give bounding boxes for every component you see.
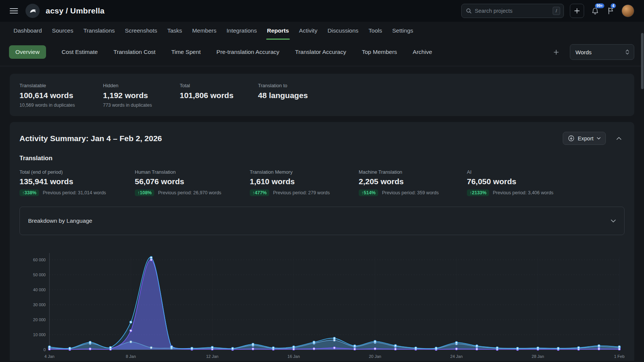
svg-text:20 000: 20 000: [33, 317, 46, 322]
project-title: acsy / Umbrella: [46, 6, 104, 15]
metric-label: Total (end of period): [19, 169, 135, 175]
metric-value: 2,205 words: [359, 177, 467, 186]
svg-text:12 Jan: 12 Jan: [206, 354, 218, 359]
svg-text:1 Feb: 1 Feb: [614, 354, 625, 359]
subtab-translation-cost[interactable]: Translation Cost: [113, 49, 155, 55]
stat-label: Total: [180, 83, 258, 88]
svg-text:30 000: 30 000: [33, 302, 46, 307]
metric-ai: AI 76,050 words ↑2133% Previous period: …: [467, 169, 625, 196]
nav-screenshots[interactable]: Screenshots: [125, 22, 157, 40]
subtab-pretranslation-accuracy[interactable]: Pre-translation Accuracy: [216, 49, 279, 55]
svg-text:16 Jan: 16 Jan: [288, 354, 300, 359]
nav-integrations[interactable]: Integrations: [227, 22, 257, 40]
previous-period-text: Previous period: 26,970 words: [158, 190, 221, 195]
export-button[interactable]: Export: [563, 132, 606, 145]
stat-label: Hidden: [103, 83, 180, 88]
nav-activity[interactable]: Activity: [299, 22, 318, 40]
plus-icon: [553, 49, 559, 55]
plus-icon: [574, 8, 580, 14]
svg-text:4 Jan: 4 Jan: [45, 354, 55, 359]
svg-text:60 000: 60 000: [33, 258, 46, 262]
nav-reports[interactable]: Reports: [267, 22, 289, 40]
chevron-up-icon: [616, 137, 622, 140]
metric-value: 56,076 words: [135, 177, 250, 186]
metric-label: Machine Translation: [359, 169, 467, 175]
previous-period-text: Previous period: 279 words: [273, 190, 329, 195]
subtab-cost-estimate[interactable]: Cost Estimate: [62, 49, 98, 55]
svg-text:10 000: 10 000: [33, 332, 46, 337]
activity-summary-title: Activity Summary: Jan 4 – Feb 2, 2026: [19, 134, 162, 143]
scrollbar-thumb[interactable]: [641, 33, 644, 89]
nav-tasks[interactable]: Tasks: [167, 22, 182, 40]
subtab-archive[interactable]: Archive: [413, 49, 432, 55]
notifications-button[interactable]: 99+: [590, 6, 600, 16]
subtab-overview[interactable]: Overview: [9, 45, 46, 59]
top-bar: acsy / Umbrella / 99+: [0, 0, 644, 22]
flag-icon: [607, 7, 614, 15]
chevron-down-icon: [611, 219, 616, 223]
nav-translations[interactable]: Translations: [83, 22, 115, 40]
breakdown-by-language-toggle[interactable]: Breakdown by Language: [19, 207, 625, 235]
stat-translation-to: Translation to 48 languages: [258, 83, 308, 108]
previous-period-text: Previous period: 359 words: [382, 190, 438, 195]
messages-button[interactable]: 4: [606, 6, 616, 16]
search-shortcut-hint: /: [553, 7, 560, 15]
svg-text:40 000: 40 000: [33, 288, 46, 292]
stat-hidden: Hidden 1,192 words 773 words in duplicat…: [103, 83, 180, 108]
user-avatar[interactable]: [622, 4, 634, 17]
search-icon: [466, 8, 472, 14]
metric-label: Translation Memory: [250, 169, 359, 175]
stat-translatable: Translatable 100,614 words 10,569 words …: [19, 83, 103, 108]
stat-subtext: 10,569 words in duplicates: [19, 103, 103, 108]
nav-settings[interactable]: Settings: [392, 22, 413, 40]
hamburger-menu-icon[interactable]: [10, 7, 18, 15]
search-input[interactable]: [475, 8, 550, 14]
app-logo[interactable]: [25, 4, 40, 18]
delta-badge: ↑477%: [250, 189, 269, 196]
notifications-badge: 99+: [595, 3, 604, 8]
svg-text:28 Jan: 28 Jan: [532, 354, 544, 359]
svg-text:0: 0: [43, 347, 46, 352]
stat-value: 1,192 words: [103, 91, 180, 100]
collapse-section-button[interactable]: [613, 133, 625, 144]
nav-members[interactable]: Members: [192, 22, 216, 40]
caret-down-icon: [597, 137, 601, 140]
create-project-button[interactable]: [570, 4, 584, 18]
previous-period-text: Previous period: 31,014 words: [43, 190, 106, 195]
activity-chart: 010 00020 00030 00040 00050 00060 0004 J…: [19, 246, 625, 361]
subtab-translator-accuracy[interactable]: Translator Accuracy: [295, 49, 346, 55]
svg-text:20 Jan: 20 Jan: [369, 354, 381, 359]
search-box[interactable]: /: [461, 4, 564, 18]
subtab-top-members[interactable]: Top Members: [362, 49, 397, 55]
metric-total: Total (end of period) 135,941 words ↑338…: [19, 169, 135, 196]
stat-value: 48 languages: [258, 91, 308, 100]
metric-value: 1,610 words: [250, 177, 359, 186]
metric-translation-memory: Translation Memory 1,610 words ↑477% Pre…: [250, 169, 359, 196]
nav-dashboard[interactable]: Dashboard: [13, 22, 42, 40]
export-label: Export: [578, 136, 593, 142]
add-report-button[interactable]: [551, 47, 561, 57]
delta-badge: ↑108%: [135, 189, 154, 196]
select-chevrons-icon: [625, 49, 629, 55]
subtab-time-spent[interactable]: Time Spent: [171, 49, 201, 55]
nav-sources[interactable]: Sources: [52, 22, 73, 40]
stat-subtext: 773 words in duplicates: [103, 103, 180, 108]
messages-badge: 4: [611, 3, 616, 8]
delta-badge: ↑514%: [359, 189, 378, 196]
unit-select[interactable]: Words: [570, 44, 634, 60]
previous-period-text: Previous period: 3,406 words: [493, 190, 553, 195]
metric-value: 135,941 words: [19, 177, 135, 186]
svg-text:24 Jan: 24 Jan: [450, 354, 463, 359]
stat-label: Translatable: [19, 83, 103, 88]
metric-value: 76,050 words: [467, 177, 625, 186]
word-stats-card: Translatable 100,614 words 10,569 words …: [10, 74, 634, 116]
delta-badge: ↑338%: [19, 189, 39, 196]
stat-label: Translation to: [258, 83, 308, 88]
nav-discussions[interactable]: Discussions: [328, 22, 359, 40]
reports-subnav: Overview Cost Estimate Translation Cost …: [0, 40, 644, 66]
main-nav: Dashboard Sources Translations Screensho…: [0, 22, 644, 40]
breakdown-label: Breakdown by Language: [28, 217, 92, 224]
translation-metrics: Total (end of period) 135,941 words ↑338…: [19, 169, 625, 196]
unit-select-value: Words: [575, 49, 592, 55]
nav-tools[interactable]: Tools: [368, 22, 382, 40]
